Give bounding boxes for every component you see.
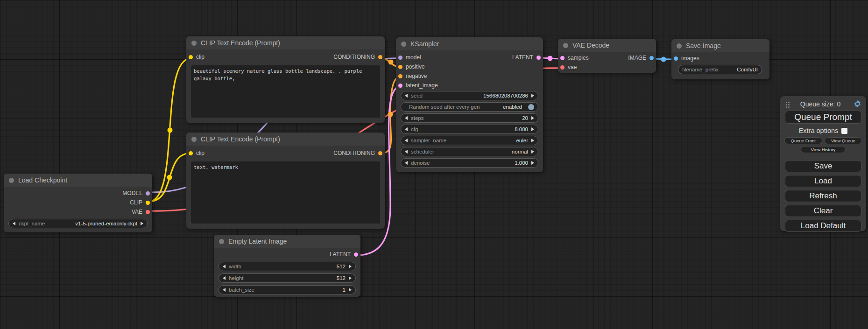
- refresh-button[interactable]: Refresh: [785, 190, 861, 202]
- step-right-icon[interactable]: [531, 161, 534, 165]
- seed-widget[interactable]: seed 156680208700286: [401, 91, 538, 100]
- input-clip[interactable]: clip: [189, 54, 205, 60]
- node-ksampler[interactable]: KSampler model LATENT positive: [396, 37, 543, 172]
- clip-slot-icon[interactable]: [146, 201, 150, 205]
- image-slot-icon[interactable]: [674, 56, 678, 61]
- output-vae[interactable]: VAE: [132, 209, 150, 215]
- node-title-bar[interactable]: VAE Decode: [558, 39, 656, 52]
- ckpt-name-widget[interactable]: ckpt_name v1-5-pruned-emaonly.ckpt: [8, 219, 148, 228]
- input-samples[interactable]: samples: [560, 55, 589, 61]
- model-slot-icon[interactable]: [398, 56, 402, 60]
- step-right-icon[interactable]: [531, 127, 534, 131]
- filename-prefix-widget[interactable]: filename_prefix ComfyUI: [678, 65, 762, 74]
- denoise-widget[interactable]: denoise 1.000: [401, 158, 538, 168]
- conditioning-slot-icon[interactable]: [378, 55, 382, 59]
- image-slot-icon[interactable]: [649, 56, 654, 60]
- step-left-icon[interactable]: [405, 161, 408, 165]
- node-vae-decode[interactable]: VAE Decode samples IMAGE vae: [558, 39, 656, 73]
- output-conditioning[interactable]: CONDITIONING: [333, 54, 382, 60]
- step-left-icon[interactable]: [405, 127, 408, 131]
- clip-slot-icon[interactable]: [189, 151, 193, 155]
- positive-prompt-textarea[interactable]: beautiful scenery nature glass bottle la…: [191, 65, 380, 118]
- vae-slot-icon[interactable]: [560, 65, 565, 70]
- output-image[interactable]: IMAGE: [628, 55, 654, 61]
- step-right-icon[interactable]: [531, 116, 534, 120]
- collapse-dot-icon[interactable]: [677, 43, 682, 49]
- node-title-bar[interactable]: Empty Latent Image: [214, 235, 360, 248]
- node-clip-text-encode-negative[interactable]: CLIP Text Encode (Prompt) clip CONDITION…: [186, 133, 385, 229]
- step-right-icon[interactable]: [349, 265, 352, 268]
- collapse-dot-icon[interactable]: [191, 41, 197, 46]
- node-title-bar[interactable]: CLIP Text Encode (Prompt): [186, 133, 385, 146]
- graph-canvas[interactable]: Load Checkpoint MODEL CLIP VAE: [0, 0, 868, 329]
- node-title-bar[interactable]: Save Image: [671, 39, 769, 52]
- step-left-icon[interactable]: [405, 116, 408, 120]
- input-positive[interactable]: positive: [398, 63, 425, 70]
- queue-prompt-button[interactable]: Queue Prompt: [785, 111, 861, 124]
- output-latent[interactable]: LATENT: [330, 251, 358, 258]
- step-right-icon[interactable]: [349, 276, 352, 280]
- node-load-checkpoint[interactable]: Load Checkpoint MODEL CLIP VAE: [4, 174, 152, 232]
- settings-gear-icon[interactable]: [854, 100, 861, 108]
- step-left-icon[interactable]: [223, 288, 226, 292]
- vae-slot-icon[interactable]: [146, 210, 150, 214]
- load-default-button[interactable]: Load Default: [785, 220, 861, 232]
- step-left-icon[interactable]: [223, 276, 226, 280]
- step-left-icon[interactable]: [223, 265, 226, 268]
- node-title-bar[interactable]: CLIP Text Encode (Prompt): [186, 36, 385, 49]
- cfg-widget[interactable]: cfg 8.000: [401, 125, 538, 134]
- toggle-enabled-icon[interactable]: [528, 104, 534, 110]
- step-left-icon[interactable]: [405, 150, 408, 154]
- clear-button[interactable]: Clear: [785, 205, 861, 217]
- save-button[interactable]: Save: [785, 160, 861, 172]
- node-title-bar[interactable]: Load Checkpoint: [4, 174, 152, 187]
- input-latent-image[interactable]: latent_image: [398, 82, 438, 89]
- sampler-name-widget[interactable]: sampler_name euler: [401, 136, 538, 145]
- conditioning-slot-icon[interactable]: [398, 74, 402, 78]
- model-slot-icon[interactable]: [146, 191, 150, 196]
- collapse-dot-icon[interactable]: [9, 178, 14, 183]
- step-left-icon[interactable]: [405, 94, 408, 98]
- collapse-dot-icon[interactable]: [219, 239, 224, 244]
- output-model[interactable]: MODEL: [122, 190, 150, 196]
- random-seed-toggle-widget[interactable]: Random seed after every gen enabled: [401, 102, 538, 112]
- collapse-dot-icon[interactable]: [401, 42, 406, 47]
- latent-slot-icon[interactable]: [536, 56, 541, 60]
- clip-slot-icon[interactable]: [189, 55, 193, 59]
- step-left-icon[interactable]: [13, 222, 15, 225]
- batch-size-widget[interactable]: batch_size 1: [219, 285, 356, 294]
- step-right-icon[interactable]: [531, 94, 534, 98]
- step-right-icon[interactable]: [531, 139, 534, 142]
- node-save-image[interactable]: Save Image images filename_prefix ComfyU…: [671, 39, 769, 79]
- latent-slot-icon[interactable]: [354, 252, 358, 257]
- scheduler-widget[interactable]: scheduler normal: [401, 147, 538, 156]
- output-clip[interactable]: CLIP: [130, 199, 150, 206]
- step-right-icon[interactable]: [141, 222, 143, 225]
- steps-widget[interactable]: steps 20: [401, 113, 538, 123]
- negative-prompt-textarea[interactable]: text, watermark: [191, 161, 380, 224]
- node-clip-text-encode-positive[interactable]: CLIP Text Encode (Prompt) clip CONDITION…: [186, 36, 385, 123]
- step-left-icon[interactable]: [405, 139, 408, 142]
- input-negative[interactable]: negative: [398, 73, 427, 79]
- step-right-icon[interactable]: [349, 288, 352, 292]
- extra-options-checkbox[interactable]: [841, 128, 847, 134]
- latent-slot-icon[interactable]: [560, 56, 565, 60]
- input-images[interactable]: images: [674, 55, 699, 62]
- view-queue-button[interactable]: View Queue: [825, 137, 862, 144]
- conditioning-slot-icon[interactable]: [378, 151, 382, 155]
- queue-front-button[interactable]: Queue Front: [784, 137, 822, 144]
- node-title-bar[interactable]: KSampler: [396, 37, 543, 50]
- output-conditioning[interactable]: CONDITIONING: [333, 150, 382, 156]
- height-widget[interactable]: height 512: [219, 273, 356, 283]
- input-vae[interactable]: vae: [560, 64, 577, 70]
- conditioning-slot-icon[interactable]: [398, 65, 402, 69]
- input-model[interactable]: model: [398, 54, 421, 61]
- collapse-dot-icon[interactable]: [191, 137, 197, 142]
- load-button[interactable]: Load: [785, 175, 861, 187]
- input-clip[interactable]: clip: [189, 150, 205, 156]
- collapse-dot-icon[interactable]: [563, 43, 568, 48]
- width-widget[interactable]: width 512: [219, 262, 356, 271]
- view-history-button[interactable]: View History: [801, 146, 846, 153]
- step-right-icon[interactable]: [531, 150, 534, 154]
- output-latent[interactable]: LATENT: [512, 54, 541, 61]
